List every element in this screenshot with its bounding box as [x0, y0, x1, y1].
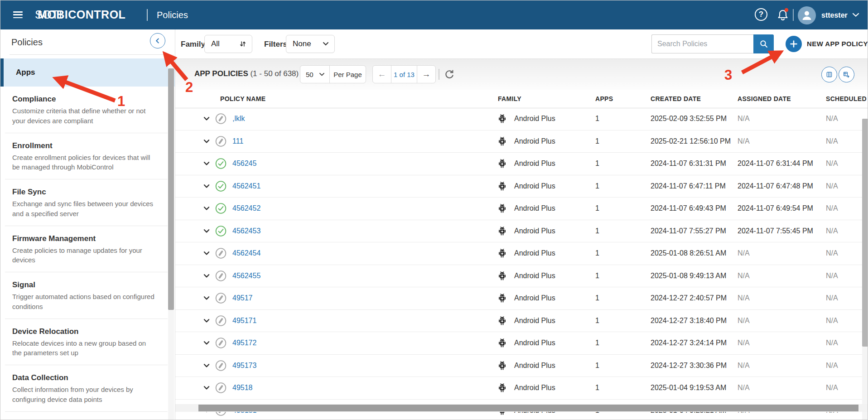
policy-name-link[interactable]: 495171 — [232, 317, 256, 325]
row-expand-chevron-icon[interactable] — [203, 137, 211, 145]
row-expand-chevron-icon[interactable] — [203, 339, 211, 347]
row-expand-chevron-icon[interactable] — [203, 249, 211, 257]
android-plus-icon — [498, 383, 506, 393]
sidebar-item-compliance[interactable]: ComplianceCustomize criteria that define… — [5, 87, 168, 133]
sidebar-scrollbar[interactable] — [168, 68, 174, 310]
assigned-date: 2024-11-07 7:55:45 PM — [738, 227, 813, 235]
policy-name-link[interactable]: 4562453 — [232, 227, 260, 235]
page-size-dropdown[interactable]: 50 — [300, 65, 330, 83]
row-expand-chevron-icon[interactable] — [203, 317, 211, 325]
table-row[interactable]: ,lklkAndroid Plus12025-02-09 3:52:55 PMN… — [175, 108, 868, 130]
apps-count: 1 — [595, 159, 599, 168]
filters-dropdown[interactable]: None — [286, 35, 335, 53]
app-window: SOTIMOBICONTROL Policies ? sttester Poli… — [0, 0, 868, 420]
export-table-icon[interactable] — [839, 67, 854, 82]
family-label: Family: — [181, 40, 208, 49]
username-label[interactable]: sttester — [821, 11, 848, 19]
policy-name-link[interactable]: 495172 — [232, 339, 256, 347]
policy-status-draft-icon — [215, 382, 227, 394]
new-app-policy-label[interactable]: NEW APP POLICY — [807, 40, 868, 48]
family-name: Android Plus — [514, 249, 555, 257]
table-row[interactable]: 495171Android Plus12024-12-27 3:18:40 PM… — [175, 310, 868, 333]
sidebar-item-device-relocation[interactable]: Device RelocationRelocate devices into a… — [5, 319, 168, 366]
table-row[interactable]: 111Android Plus12025-02-21 12:56:10 PMN/… — [175, 130, 868, 153]
android-plus-icon — [498, 338, 506, 348]
next-page-button[interactable]: → — [417, 65, 436, 83]
assigned-date: 2024-11-07 6:31:44 PM — [738, 159, 813, 168]
column-chooser-icon[interactable] — [821, 67, 837, 82]
family-dropdown[interactable]: All — [204, 35, 252, 53]
created-date: 2024-12-27 3:30:36 PM — [651, 362, 727, 370]
policy-name-link[interactable]: 4562452 — [232, 204, 260, 212]
page-indicator[interactable]: 1 of 13 — [391, 65, 417, 83]
sidebar-item-apps[interactable]: Apps — [0, 58, 175, 87]
table-row[interactable]: 495173Android Plus12024-12-27 3:30:36 PM… — [175, 355, 868, 377]
table-vertical-scrollbar[interactable] — [862, 119, 868, 347]
sort-arrows-icon — [239, 40, 246, 48]
user-avatar[interactable] — [798, 6, 816, 24]
column-header-family[interactable]: FAMILY — [498, 95, 521, 102]
column-header-created-date[interactable]: CREATED DATE — [651, 95, 701, 102]
row-expand-chevron-icon[interactable] — [203, 384, 211, 392]
sidebar-item-file-sync[interactable]: File SyncExchange and sync files between… — [5, 179, 168, 226]
table-row[interactable]: 4562453Android Plus12024-11-07 7:55:27 P… — [175, 220, 868, 243]
policy-name-link[interactable]: 495173 — [232, 362, 256, 370]
apps-count: 1 — [595, 339, 599, 347]
navbar-divider — [147, 9, 148, 21]
previous-page-button[interactable]: ← — [372, 65, 391, 83]
table-row[interactable]: 4562454Android Plus12025-01-08 8:26:51 A… — [175, 242, 868, 265]
policies-sidebar: Policies AppsComplianceCustomize criteri… — [0, 29, 175, 420]
sidebar-item-enrollment[interactable]: EnrollmentCreate enrollment policies for… — [5, 133, 168, 180]
row-expand-chevron-icon[interactable] — [203, 115, 211, 123]
table-row[interactable]: 456245Android Plus12024-11-07 6:31:31 PM… — [175, 153, 868, 175]
created-date: 2025-02-21 12:56:10 PM — [651, 137, 731, 145]
family-name: Android Plus — [514, 339, 555, 347]
brand-mobicontrol: MOBICONTROL — [38, 8, 125, 21]
notifications-bell-icon[interactable] — [776, 7, 790, 23]
sidebar-item-firmware-management[interactable]: Firmware ManagementCreate policies to ma… — [5, 226, 168, 273]
apps-count: 1 — [595, 115, 599, 123]
column-header-scheduled[interactable]: SCHEDULED — [826, 95, 867, 102]
refresh-icon[interactable] — [444, 68, 455, 82]
row-expand-chevron-icon[interactable] — [203, 272, 211, 280]
table-row[interactable]: 4562451Android Plus12024-11-07 6:47:11 P… — [175, 175, 868, 198]
sidebar-item-label: Enrollment — [12, 141, 155, 150]
column-header-assigned-date[interactable]: ASSIGNED DATE — [738, 95, 791, 102]
row-expand-chevron-icon[interactable] — [203, 159, 211, 168]
table-row[interactable]: 495172Android Plus12024-12-27 3:24:14 PM… — [175, 332, 868, 355]
policy-name-link[interactable]: 49517 — [232, 294, 253, 302]
row-expand-chevron-icon[interactable] — [203, 362, 211, 370]
table-row[interactable]: 4562452Android Plus12024-11-07 6:49:43 P… — [175, 198, 868, 220]
new-app-policy-button[interactable] — [786, 36, 802, 52]
policy-name-link[interactable]: 4562454 — [232, 249, 260, 257]
policy-name-link[interactable]: 456245 — [232, 159, 256, 168]
column-header-policy-name[interactable]: POLICY NAME — [220, 95, 265, 102]
family-cell: Android Plus — [498, 159, 555, 169]
table-row[interactable]: 49518Android Plus12025-01-04 9:19:53 AMN… — [175, 377, 868, 400]
assigned-date: N/A — [738, 272, 750, 280]
help-icon[interactable]: ? — [755, 8, 767, 21]
search-button[interactable] — [753, 34, 774, 53]
row-expand-chevron-icon[interactable] — [203, 182, 211, 190]
horizontal-scrollbar[interactable] — [198, 405, 858, 411]
scheduled-value: N/A — [826, 182, 838, 190]
table-row[interactable]: 49517Android Plus12024-12-27 2:40:57 PMN… — [175, 287, 868, 310]
per-page-button[interactable]: Per Page — [329, 65, 366, 83]
sidebar-item-label: File Sync — [12, 188, 155, 197]
table-row[interactable]: 4562455Android Plus12025-01-08 9:49:13 A… — [175, 265, 868, 288]
sidebar-collapse-button[interactable] — [150, 33, 165, 48]
table-body: ,lklkAndroid Plus12025-02-09 3:52:55 PMN… — [175, 108, 868, 420]
row-expand-chevron-icon[interactable] — [203, 294, 211, 302]
policy-name-link[interactable]: 4562451 — [232, 182, 260, 190]
search-input[interactable] — [651, 34, 754, 53]
policy-name-link[interactable]: 4562455 — [232, 272, 260, 280]
row-expand-chevron-icon[interactable] — [203, 204, 211, 212]
policy-name-link[interactable]: 111 — [232, 137, 243, 145]
hamburger-menu-icon[interactable] — [13, 11, 23, 19]
sidebar-item-signal[interactable]: SignalTrigger automated actions based on… — [5, 272, 168, 319]
policy-name-link[interactable]: ,lklk — [232, 115, 245, 123]
sidebar-item-data-collection[interactable]: Data CollectionCollect information from … — [5, 365, 168, 412]
policy-name-link[interactable]: 49518 — [232, 384, 253, 392]
row-expand-chevron-icon[interactable] — [203, 227, 211, 235]
column-header-apps[interactable]: APPS — [595, 95, 613, 102]
